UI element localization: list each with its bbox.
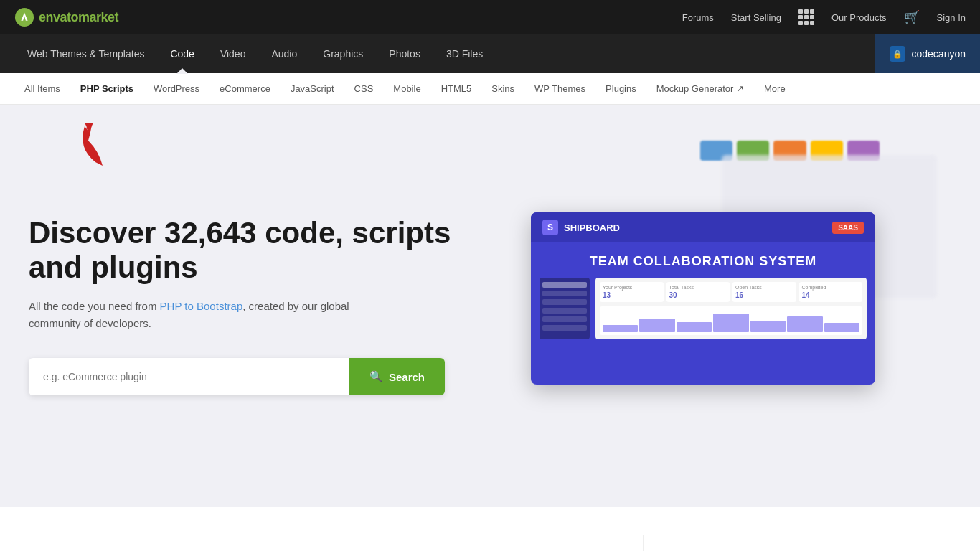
chart-bar-7: [824, 323, 859, 332]
forums-link[interactable]: Forums: [682, 12, 714, 23]
subnav-wp-themes[interactable]: WP Themes: [524, 73, 595, 105]
mini-stat-2: Total Tasks 30: [666, 282, 730, 302]
codecanyon-icon: 🔒: [890, 46, 905, 62]
category-php-scripts[interactable]: PHP Scripts Thousands of PHP Scripts: [336, 535, 644, 551]
hero-section: Discover 32,643 code, scripts and plugin…: [0, 105, 980, 507]
subnav-php-scripts[interactable]: PHP Scripts: [70, 73, 143, 105]
hero-featured: S SHIPBOARD SAAS TEAM COLLABORATION SYST…: [488, 141, 951, 471]
subnav-ecommerce[interactable]: eCommerce: [209, 73, 281, 105]
mini-stats: Your Projects 13 Total Tasks 30 Open Tas…: [600, 282, 862, 302]
php-link[interactable]: PHP to Bootstrap: [160, 300, 243, 312]
arrow-annotation: [63, 119, 106, 179]
mini-sidebar: [540, 278, 590, 339]
hero-subtitle: All the code you need from PHP to Bootst…: [29, 298, 387, 332]
cart-icon[interactable]: 🛒: [904, 9, 920, 25]
shipboard-name: SHIPBOARD: [564, 222, 620, 233]
subnav-plugins[interactable]: Plugins: [595, 73, 646, 105]
saas-badge: SAAS: [832, 222, 864, 234]
mini-content: Your Projects 13 Total Tasks 30 Open Tas…: [595, 278, 867, 339]
codecanyon-label: codecanyon: [911, 48, 966, 60]
chart-bar-6: [787, 316, 822, 332]
sidebar-item-3: [542, 299, 587, 305]
sign-in-button[interactable]: Sign In: [937, 12, 966, 23]
chart-bar-2: [639, 319, 674, 332]
category-wordpress[interactable]: WordPress Thousands of WordPress plugins: [29, 535, 336, 551]
nav-item-video[interactable]: Video: [207, 34, 259, 73]
search-button[interactable]: 🔍 Search: [349, 358, 445, 395]
sidebar-item-6: [542, 325, 587, 331]
mini-stat-1: Your Projects 13: [600, 282, 664, 302]
subnav-javascript[interactable]: JavaScript: [281, 73, 344, 105]
featured-card-header: S SHIPBOARD SAAS: [531, 212, 875, 242]
subnav-all-items[interactable]: All Items: [14, 73, 70, 105]
start-selling-link[interactable]: Start Selling: [731, 12, 781, 23]
sidebar-item-4: [542, 308, 587, 314]
subnav-mockup-generator[interactable]: Mockup Generator ↗: [646, 73, 754, 105]
nav-item-audio[interactable]: Audio: [258, 34, 310, 73]
shipboard-logo: S SHIPBOARD: [542, 220, 620, 235]
chart-bar-3: [677, 322, 712, 332]
search-input[interactable]: [29, 358, 349, 395]
hero-content: Discover 32,643 code, scripts and plugin…: [29, 216, 488, 396]
nav-item-3d-files[interactable]: 3D Files: [433, 34, 496, 73]
main-nav: Web Themes & Templates Code Video Audio …: [0, 34, 980, 73]
top-nav: Forums Start Selling Our Products 🛒 Sign…: [682, 9, 966, 25]
top-bar: envatomarket Forums Start Selling Our Pr…: [0, 0, 980, 34]
subnav-html5[interactable]: HTML5: [431, 73, 482, 105]
codecanyon-badge[interactable]: 🔒 codecanyon: [875, 34, 980, 73]
red-arrow-icon: [63, 119, 106, 176]
nav-item-graphics[interactable]: Graphics: [310, 34, 376, 73]
sidebar-item-2: [542, 291, 587, 296]
our-products-grid-icon[interactable]: [798, 9, 814, 25]
nav-item-code[interactable]: Code: [157, 34, 207, 73]
hero-title: Discover 32,643 code, scripts and plugin…: [29, 216, 488, 286]
chart-bar-5: [750, 321, 786, 332]
envato-logo-icon: [14, 7, 34, 27]
subnav-wordpress[interactable]: WordPress: [143, 73, 209, 105]
search-bar: 🔍 Search: [29, 358, 445, 395]
mini-stat-3: Open Tasks 16: [732, 282, 796, 302]
mini-chart: [600, 306, 862, 335]
subnav-mobile[interactable]: Mobile: [383, 73, 430, 105]
shipboard-icon: S: [542, 220, 558, 235]
search-icon: 🔍: [369, 370, 383, 383]
chart-bar-1: [603, 325, 638, 332]
logo[interactable]: envatomarket: [14, 7, 118, 27]
sidebar-item-1: [542, 282, 587, 288]
nav-item-photos[interactable]: Photos: [376, 34, 433, 73]
chart-bar-4: [713, 314, 748, 332]
svg-point-0: [15, 8, 34, 27]
featured-card-title: TEAM COLLABORATION SYSTEM: [531, 242, 875, 278]
search-label: Search: [389, 371, 425, 383]
subnav-skins[interactable]: Skins: [481, 73, 524, 105]
mini-stat-4: Completed 14: [799, 282, 863, 302]
nav-item-web-themes[interactable]: Web Themes & Templates: [14, 34, 157, 73]
subnav-more[interactable]: More: [754, 73, 796, 105]
subnav-css[interactable]: CSS: [344, 73, 384, 105]
our-products-link[interactable]: Our Products: [831, 12, 887, 23]
featured-card-body: Your Projects 13 Total Tasks 30 Open Tas…: [531, 278, 875, 339]
logo-text: envatomarket: [39, 10, 118, 25]
sidebar-item-5: [542, 316, 587, 322]
categories-section: WordPress Thousands of WordPress plugins…: [0, 507, 980, 551]
category-mobile[interactable]: Mobile Mobile app templates, games and m…: [644, 535, 951, 551]
sub-nav: All Items PHP Scripts WordPress eCommerc…: [0, 73, 980, 105]
featured-card: S SHIPBOARD SAAS TEAM COLLABORATION SYST…: [531, 212, 875, 385]
